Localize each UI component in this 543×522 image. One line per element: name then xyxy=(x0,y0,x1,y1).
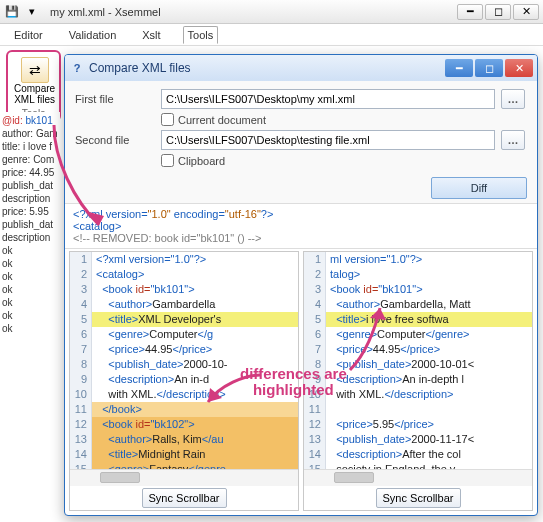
code-line[interactable]: 1<?xml version="1.0"?> xyxy=(70,252,298,267)
minimize-button[interactable]: ━ xyxy=(457,4,483,20)
code-split: 1<?xml version="1.0"?>2<catalog>3 <book … xyxy=(65,249,537,515)
compare-dialog-icon: ? xyxy=(69,60,85,76)
compare-dialog: ? Compare XML files ━ ◻ ✕ First file … C… xyxy=(64,54,538,516)
code-line[interactable]: 3<book id="bk101"> xyxy=(304,282,532,297)
line-number: 8 xyxy=(70,357,92,372)
code-line[interactable]: 4 <author>Gambardella, Matt xyxy=(304,297,532,312)
code-text: <genre>Fantasy</genre xyxy=(92,462,298,469)
code-line[interactable]: 8 <publish_date>2000-10- xyxy=(70,357,298,372)
code-line[interactable]: 15 <genre>Fantasy</genre xyxy=(70,462,298,469)
code-line[interactable]: 1ml version="1.0"?> xyxy=(304,252,532,267)
code-text: <genre>Computer</genre> xyxy=(326,327,532,342)
code-line[interactable]: 7 <price>44.95</price> xyxy=(70,342,298,357)
dialog-maximize-button[interactable]: ◻ xyxy=(475,59,503,77)
ribbon-tabs: Editor Validation Xslt Tools xyxy=(0,24,543,46)
code-text: <title>Midnight Rain xyxy=(92,447,298,462)
file-selection-form: First file … Current document Second fil… xyxy=(65,81,537,173)
tab-xslt[interactable]: Xslt xyxy=(138,27,164,43)
tree-row: author: Gam xyxy=(2,127,58,140)
compare-xml-button[interactable]: ⇄ Compare XML files xyxy=(12,55,57,107)
left-code-area[interactable]: 1<?xml version="1.0"?>2<catalog>3 <book … xyxy=(70,252,298,469)
line-number: 7 xyxy=(304,342,326,357)
clipboard-checkbox[interactable] xyxy=(161,154,174,167)
code-text: <publish_date>2000-10-01< xyxy=(326,357,532,372)
tab-validation[interactable]: Validation xyxy=(65,27,121,43)
code-line[interactable]: 12 <price>5.95</price> xyxy=(304,417,532,432)
second-file-browse-button[interactable]: … xyxy=(501,130,525,150)
code-line[interactable]: 6 <genre>Computer</g xyxy=(70,327,298,342)
code-line[interactable]: 13 <publish_date>2000-11-17< xyxy=(304,432,532,447)
tab-editor[interactable]: Editor xyxy=(10,27,47,43)
tree-row: ok xyxy=(2,309,58,322)
line-number: 14 xyxy=(70,447,92,462)
code-line[interactable]: 13 <author>Ralls, Kim</au xyxy=(70,432,298,447)
line-number: 15 xyxy=(70,462,92,469)
code-line[interactable]: 15 society in England, the y xyxy=(304,462,532,469)
dropdown-icon[interactable]: ▾ xyxy=(24,4,40,20)
code-line[interactable]: 11 xyxy=(304,402,532,417)
right-sync-scrollbar-button[interactable]: Sync Scrollbar xyxy=(376,488,461,508)
line-number: 10 xyxy=(70,387,92,402)
tree-row: publish_dat xyxy=(2,179,58,192)
code-line[interactable]: 4 <author>Gambardella xyxy=(70,297,298,312)
line-number: 4 xyxy=(70,297,92,312)
header-line-2: <catalog> xyxy=(73,220,529,232)
diff-button[interactable]: Diff xyxy=(431,177,527,199)
code-line[interactable]: 9 <description>An in-depth l xyxy=(304,372,532,387)
line-number: 5 xyxy=(304,312,326,327)
left-sync-scrollbar-button[interactable]: Sync Scrollbar xyxy=(142,488,227,508)
code-line[interactable]: 5 <title>XML Developer's xyxy=(70,312,298,327)
code-text: <catalog> xyxy=(92,267,298,282)
header-line-1: <?xml version="1.0" encoding="utf-16"?> xyxy=(73,208,529,220)
right-code-area[interactable]: 1ml version="1.0"?>2talog>3<book id="bk1… xyxy=(304,252,532,469)
line-number: 4 xyxy=(304,297,326,312)
first-file-input[interactable] xyxy=(161,89,495,109)
right-code-pane: 1ml version="1.0"?>2talog>3<book id="bk1… xyxy=(303,251,533,511)
line-number: 13 xyxy=(304,432,326,447)
clipboard-label: Clipboard xyxy=(178,155,225,167)
first-file-label: First file xyxy=(75,93,155,105)
close-button[interactable]: ✕ xyxy=(513,4,539,20)
dialog-titlebar[interactable]: ? Compare XML files ━ ◻ ✕ xyxy=(65,55,537,81)
first-file-browse-button[interactable]: … xyxy=(501,89,525,109)
code-line[interactable]: 5 <title>i love free softwa xyxy=(304,312,532,327)
tree-row: ok xyxy=(2,283,58,296)
tree-row: price: 5.95 xyxy=(2,205,58,218)
code-line[interactable]: 10 with XML.</description> xyxy=(70,387,298,402)
line-number: 5 xyxy=(70,312,92,327)
code-line[interactable]: 9 <description>An in-d xyxy=(70,372,298,387)
code-line[interactable]: 6 <genre>Computer</genre> xyxy=(304,327,532,342)
dialog-minimize-button[interactable]: ━ xyxy=(445,59,473,77)
maximize-button[interactable]: ◻ xyxy=(485,4,511,20)
code-line[interactable]: 10 with XML.</description> xyxy=(304,387,532,402)
code-text: <description>An in-d xyxy=(92,372,298,387)
code-line[interactable]: 12 <book id="bk102"> xyxy=(70,417,298,432)
code-line[interactable]: 3 <book id="bk101"> xyxy=(70,282,298,297)
code-text: <?xml version="1.0"?> xyxy=(92,252,298,267)
line-number: 12 xyxy=(70,417,92,432)
code-text: <author>Gambardella xyxy=(92,297,298,312)
line-number: 6 xyxy=(304,327,326,342)
code-line[interactable]: 8 <publish_date>2000-10-01< xyxy=(304,357,532,372)
current-document-checkbox[interactable] xyxy=(161,113,174,126)
diff-toolbar: Diff xyxy=(65,173,537,204)
tree-row: description xyxy=(2,231,58,244)
code-line[interactable]: 7 <price>44.95</price> xyxy=(304,342,532,357)
code-line[interactable]: 2talog> xyxy=(304,267,532,282)
code-line[interactable]: 14 <description>After the col xyxy=(304,447,532,462)
code-line[interactable]: 2<catalog> xyxy=(70,267,298,282)
dialog-close-button[interactable]: ✕ xyxy=(505,59,533,77)
second-file-input[interactable] xyxy=(161,130,495,150)
line-number: 7 xyxy=(70,342,92,357)
code-text: <book id="bk101"> xyxy=(326,282,532,297)
code-line[interactable]: 14 <title>Midnight Rain xyxy=(70,447,298,462)
code-line[interactable]: 11 </book> xyxy=(70,402,298,417)
tab-tools[interactable]: Tools xyxy=(183,26,219,44)
header-line-3: <!-- REMOVED: book id="bk101" () --> xyxy=(73,232,529,244)
save-icon[interactable]: 💾 xyxy=(4,4,20,20)
left-hscrollbar[interactable] xyxy=(70,469,298,486)
left-tree-panel: @id: bk101author: Gamtitle: i love fgenr… xyxy=(0,112,60,522)
right-hscrollbar[interactable] xyxy=(304,469,532,486)
code-text: <publish_date>2000-11-17< xyxy=(326,432,532,447)
tree-row: ok xyxy=(2,296,58,309)
